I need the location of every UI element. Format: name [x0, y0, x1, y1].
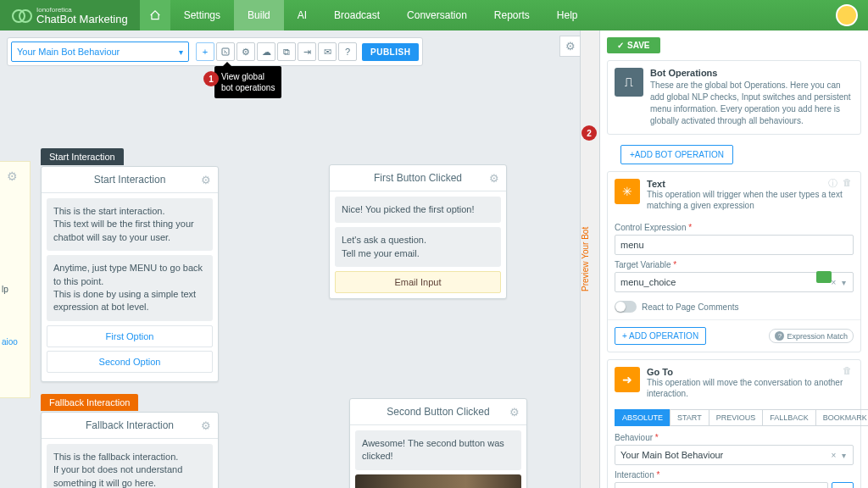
message-block[interactable]: Awesome! The second button was clicked! [355, 430, 521, 470]
interaction-select[interactable]: Start Interaction× ▾ [615, 482, 828, 488]
preview-tab[interactable]: Preview Your Bot [580, 30, 600, 488]
op-title: Go To [647, 367, 854, 377]
goto-tabs: ABSOLUTE START PREVIOUS FALLBACK BOOKMAR… [615, 409, 854, 426]
card-header: Start Interaction ⚙ [42, 167, 218, 193]
top-nav: Ionoforetica ChatBot Marketing Settings … [0, 0, 868, 30]
avatar[interactable] [836, 4, 858, 26]
add-operation-button[interactable]: + ADD OPERATION [615, 327, 706, 345]
card-title: Start Interaction [94, 174, 166, 186]
op-desc: This operation will trigger when the use… [647, 189, 854, 211]
keyboard-icon [816, 271, 832, 283]
email-input-block[interactable]: Email Input [335, 271, 501, 293]
nav-ai[interactable]: AI [284, 0, 320, 30]
message-block[interactable]: Nice! You picked the first option! [335, 197, 501, 223]
nav-broadcast[interactable]: Broadcast [320, 0, 393, 30]
tab-absolute[interactable]: ABSOLUTE [615, 409, 670, 426]
add-interaction-button[interactable]: + [832, 482, 854, 488]
expr-match-label: Expression Match [787, 332, 848, 341]
add-bot-operation-button[interactable]: +ADD BOT OPERATION [620, 145, 733, 164]
text-op-icon: ✳ [615, 179, 640, 204]
image-block[interactable] [355, 474, 521, 488]
card-header: Fallback Interaction ⚙ [42, 413, 218, 439]
save-button[interactable]: ✓ SAVE [607, 37, 660, 53]
home-button[interactable] [140, 0, 170, 30]
operation-text: ⓘ🗑 ✳ Text This operation will trigger wh… [607, 171, 861, 352]
save-label: SAVE [627, 41, 650, 50]
delete-icon[interactable]: 🗑 [843, 177, 852, 190]
brand[interactable]: Ionoforetica ChatBot Marketing [0, 0, 140, 30]
nav-items: Settings Build AI Broadcast Conversation… [170, 0, 592, 30]
react-comments-toggle[interactable] [615, 301, 637, 313]
option-first[interactable]: First Option [47, 325, 213, 347]
gear-icon[interactable]: ⚙ [509, 406, 520, 419]
goto-op-icon: ➜ [615, 367, 640, 392]
target-variable-label: Target Variable [615, 260, 854, 269]
operation-goto: 🗑 ➜ Go To This operation will move the c… [607, 359, 861, 488]
card-tab-fallback: Fallback Interaction [41, 394, 138, 411]
option-second[interactable]: Second Option [47, 351, 213, 373]
card-title: First Button Clicked [374, 172, 462, 184]
control-expression-label: Control Expression [615, 223, 854, 232]
connectors [0, 30, 254, 158]
brand-subtitle: Ionoforetica [36, 7, 128, 14]
toggle-label: React to Page Comments [642, 302, 739, 312]
card-first-button[interactable]: First Button Clicked ⚙ Nice! You picked … [329, 164, 507, 299]
gear-icon[interactable]: ⚙ [201, 174, 211, 186]
message-block[interactable]: This is the start interaction. This text… [47, 198, 213, 251]
brand-logo-icon [12, 9, 31, 21]
delete-icon[interactable]: 🗑 [843, 365, 852, 375]
card-title: Second Button Clicked [387, 406, 489, 418]
panel-gear-icon[interactable]: ⚙ [559, 36, 580, 57]
canvas[interactable]: Start Interaction Start Interaction ⚙ Th… [0, 30, 580, 488]
tab-start[interactable]: START [670, 409, 709, 426]
gear-icon[interactable]: ⚙ [489, 172, 499, 185]
card-header: First Button Clicked ⚙ [330, 165, 506, 191]
gear-icon[interactable]: ⚙ [201, 419, 211, 432]
bot-operations-info: ⎍ Bot Operations These are the global bo… [607, 60, 861, 135]
expression-match-chip[interactable]: Expression Match [769, 329, 854, 343]
nav-help[interactable]: Help [543, 0, 592, 30]
target-value: menu_choice [620, 277, 676, 287]
nav-settings[interactable]: Settings [170, 0, 234, 30]
info-icon[interactable]: ⓘ [828, 177, 837, 190]
card-start-interaction[interactable]: Start Interaction Start Interaction ⚙ Th… [41, 166, 219, 382]
nav-conversation[interactable]: Conversation [393, 0, 481, 30]
tab-fallback[interactable]: FALLBACK [762, 409, 816, 426]
op-desc: This operation will move the conversatio… [647, 377, 854, 399]
nav-build[interactable]: Build [234, 0, 284, 30]
control-expression-input[interactable] [615, 235, 854, 255]
message-block[interactable]: This is the fallback interaction. If you… [47, 444, 213, 488]
info-title: Bot Operations [650, 68, 854, 78]
info-text: These are the global bot Operations. Her… [650, 80, 854, 127]
message-block[interactable]: Anytime, just type MENU to go back to th… [47, 255, 213, 321]
bot-operations-icon: ⎍ [615, 68, 643, 97]
behaviour-select[interactable]: Your Main Bot Behaviour× ▾ [615, 445, 854, 465]
message-block[interactable]: Let's ask a question. Tell me your email… [335, 227, 501, 267]
right-panel: ⚙ Preview Your Bot ✓ SAVE ⎍ Bot Operatio… [580, 30, 868, 488]
behaviour-label: Behaviour [615, 433, 854, 442]
tab-bookmark[interactable]: BOOKMARK [815, 409, 868, 426]
card-second-button[interactable]: Second Button Clicked ⚙ Awesome! The sec… [349, 398, 527, 488]
card-tab-start: Start Interaction [41, 148, 124, 165]
card-title: Fallback Interaction [86, 419, 174, 431]
card-fallback[interactable]: Fallback Interaction Fallback Interactio… [41, 412, 219, 488]
behaviour-value: Your Main Bot Behaviour [620, 450, 723, 460]
nav-reports[interactable]: Reports [481, 0, 543, 30]
op-title: Text [647, 179, 854, 189]
card-header: Second Button Clicked ⚙ [350, 399, 526, 425]
tab-previous[interactable]: PREVIOUS [709, 409, 764, 426]
brand-title: ChatBot Marketing [36, 14, 128, 25]
interaction-label: Interaction [615, 470, 854, 480]
